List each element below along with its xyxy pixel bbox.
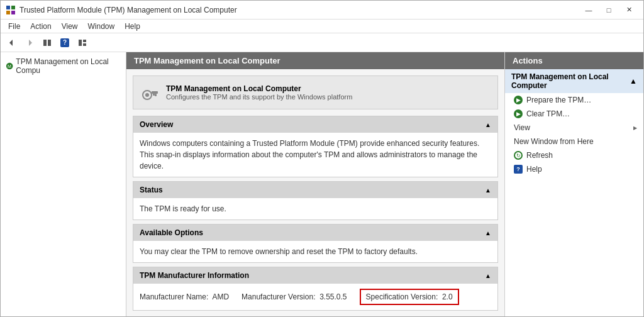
mfr-name-value: AMD [212, 292, 229, 301]
status-collapse-icon: ▲ [485, 187, 491, 194]
actions-group-collapse-icon: ▲ [630, 77, 637, 86]
content-header: TPM Management on Local Computer [126, 52, 504, 69]
overview-collapse-icon: ▲ [485, 121, 491, 128]
content-header-box: TPM Management on Local Computer Configu… [133, 75, 498, 109]
forward-button[interactable] [22, 35, 37, 50]
svg-rect-3 [11, 11, 15, 14]
section-status-body: The TPM is ready for use. [133, 198, 497, 220]
svg-rect-10 [83, 43, 86, 46]
action-prepare[interactable]: ▶ Prepare the TPM… [505, 93, 643, 107]
svg-text:M: M [8, 64, 11, 69]
tpm-key-icon [140, 82, 160, 103]
action-refresh[interactable]: ↻ Refresh [505, 148, 643, 162]
section-mfr-body: Manufacturer Name: AMD Manufacturer Vers… [133, 284, 497, 310]
section-options-title: Available Options [140, 228, 203, 237]
left-nav-panel: M TPM Management on Local Compu [1, 52, 126, 316]
clear-icon: ▶ [514, 109, 523, 118]
menu-file[interactable]: File [3, 21, 25, 32]
main-window: Trusted Platform Module (TPM) Management… [0, 0, 644, 317]
show-hide-button[interactable] [40, 35, 55, 50]
main-layout: M TPM Management on Local Compu TPM Mana… [1, 52, 643, 316]
section-status-header[interactable]: Status ▲ [133, 182, 497, 198]
section-options-header[interactable]: Available Options ▲ [133, 225, 497, 241]
manufacturer-info-row: Manufacturer Name: AMD Manufacturer Vers… [140, 289, 491, 305]
menu-help[interactable]: Help [119, 21, 145, 32]
properties-button[interactable] [75, 35, 90, 50]
app-icon [6, 5, 16, 15]
menu-window[interactable]: Window [83, 21, 120, 32]
section-available-options: Available Options ▲ You may clear the TP… [133, 224, 498, 263]
menu-action[interactable]: Action [25, 21, 56, 32]
section-mfr-header[interactable]: TPM Manufacturer Information ▲ [133, 267, 497, 284]
section-mfr-title: TPM Manufacturer Information [140, 271, 249, 280]
menu-view[interactable]: View [57, 21, 83, 32]
section-options-body: You may clear the TPM to remove ownershi… [133, 241, 497, 262]
prepare-icon: ▶ [514, 96, 523, 104]
mfr-name-label: Manufacturer Name: AMD [140, 291, 229, 303]
maximize-button[interactable]: □ [599, 4, 618, 16]
header-box-text: TPM Management on Local Computer Configu… [166, 84, 352, 101]
svg-rect-17 [153, 94, 155, 96]
svg-rect-1 [11, 6, 15, 9]
action-clear[interactable]: ▶ Clear TPM… [505, 107, 643, 121]
actions-panel: Actions TPM Management on Local Computer… [505, 52, 643, 316]
action-refresh-label: Refresh [526, 151, 553, 160]
properties-icon [78, 38, 87, 47]
help-action-icon: ? [514, 165, 523, 174]
svg-point-14 [145, 93, 149, 97]
nav-item-label: TPM Management on Local Compu [16, 57, 121, 75]
menu-bar: File Action View Window Help [1, 19, 643, 33]
section-status-title: Status [140, 186, 163, 194]
svg-marker-4 [9, 40, 13, 46]
actions-group-title: TPM Management on Local Computer [511, 72, 630, 90]
svg-rect-7 [48, 40, 51, 46]
svg-rect-16 [155, 94, 157, 96]
section-manufacturer: TPM Manufacturer Information ▲ Manufactu… [133, 267, 498, 311]
action-prepare-label: Prepare the TPM… [526, 96, 591, 104]
back-icon [8, 38, 16, 47]
action-view[interactable]: View [505, 121, 643, 135]
mfr-version-label: Manufacturer Version: 3.55.0.5 [242, 291, 347, 303]
action-help[interactable]: ? Help [505, 162, 643, 176]
options-text: You may clear the TPM to remove ownershi… [140, 246, 491, 257]
showhide-icon [43, 38, 52, 47]
tpm-nav-icon: M [6, 62, 13, 70]
title-bar: Trusted Platform Module (TPM) Management… [1, 1, 643, 19]
refresh-icon: ↻ [514, 151, 523, 160]
actions-header: Actions [505, 52, 643, 69]
action-view-label: View [514, 123, 530, 132]
toolbar: ? [1, 33, 643, 52]
action-new-window[interactable]: New Window from Here [505, 135, 643, 148]
section-status: Status ▲ The TPM is ready for use. [133, 181, 498, 220]
help-icon: ? [60, 38, 69, 47]
svg-rect-9 [83, 40, 86, 42]
overview-text: Windows computers containing a Trusted P… [140, 138, 491, 172]
section-overview: Overview ▲ Windows computers containing … [133, 116, 498, 177]
title-bar-left: Trusted Platform Module (TPM) Management… [6, 5, 237, 15]
svg-marker-5 [29, 40, 32, 46]
action-help-label: Help [526, 165, 542, 174]
nav-item-tpm[interactable]: M TPM Management on Local Compu [1, 55, 126, 77]
back-button[interactable] [4, 35, 19, 50]
svg-rect-0 [6, 6, 10, 9]
action-clear-label: Clear TPM… [526, 109, 570, 118]
actions-group-header[interactable]: TPM Management on Local Computer ▲ [505, 69, 643, 93]
section-overview-title: Overview [140, 120, 173, 129]
close-button[interactable]: ✕ [619, 4, 638, 16]
spec-version-box: Specification Version: 2.0 [360, 289, 459, 305]
action-new-window-label: New Window from Here [514, 137, 594, 146]
options-collapse-icon: ▲ [485, 230, 491, 236]
status-text: The TPM is ready for use. [140, 203, 491, 214]
section-overview-header[interactable]: Overview ▲ [133, 116, 497, 133]
forward-icon [25, 38, 34, 47]
mfr-version-value: 3.55.0.5 [319, 292, 347, 301]
window-controls: — □ ✕ [579, 4, 638, 16]
section-overview-body: Windows computers containing a Trusted P… [133, 133, 497, 177]
svg-rect-8 [79, 40, 82, 46]
help-toolbar-button[interactable]: ? [57, 35, 72, 50]
window-title: Trusted Platform Module (TPM) Management… [19, 6, 237, 14]
header-box-subtitle: Configures the TPM and its support by th… [166, 93, 352, 101]
minimize-button[interactable]: — [579, 4, 598, 16]
spec-version-value: 2.0 [442, 292, 453, 301]
center-content: TPM Management on Local Computer TPM Man… [126, 52, 505, 316]
